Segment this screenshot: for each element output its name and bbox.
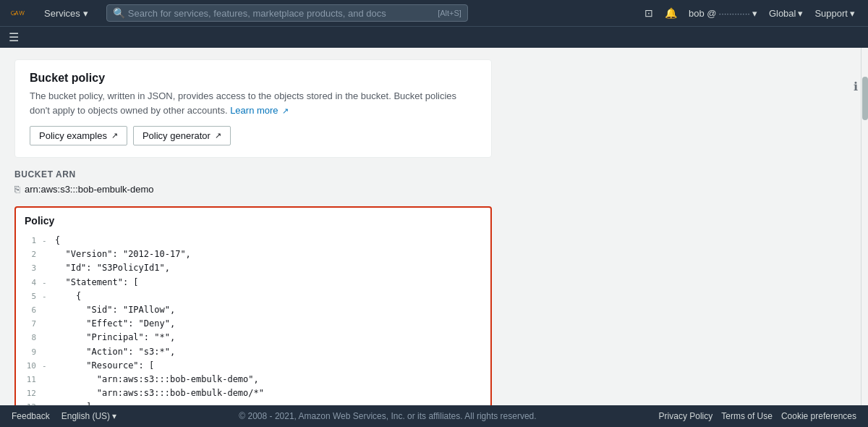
line-number: 13 xyxy=(22,400,36,405)
search-shortcut: [Alt+S] xyxy=(438,9,461,17)
line-number: 1 xyxy=(22,234,36,248)
line-number: 12 xyxy=(22,386,36,400)
line-number: 5 xyxy=(22,289,36,303)
chevron-down-icon: ▾ xyxy=(798,8,803,19)
line-content: "Sid": "IPAllow", xyxy=(55,303,175,317)
policy-box-title: Policy xyxy=(16,208,490,231)
chevron-down-icon: ▾ xyxy=(850,8,855,19)
expand-icon xyxy=(42,345,49,359)
arn-row: ⎘ arn:aws:s3:::bob-embulk-demo xyxy=(14,184,492,195)
table-row: 9 "Action": "s3:*", xyxy=(22,345,485,359)
language-selector[interactable]: English (US) ▾ xyxy=(61,411,117,421)
policy-editor-box: Policy 1-{2 "Version": "2012-10-17",3 "I… xyxy=(14,206,492,405)
line-content: "Version": "2012-10-17", xyxy=(55,248,191,261)
line-number: 7 xyxy=(22,317,36,331)
expand-icon xyxy=(42,331,49,344)
bottom-left: Feedback English (US) ▾ xyxy=(12,411,116,421)
table-row: 4- "Statement": [ xyxy=(22,276,485,289)
line-number: 2 xyxy=(22,248,36,261)
top-navigation: Services ▾ 🔍 [Alt+S] ⊡ 🔔 bob @ ·········… xyxy=(0,0,868,26)
bucket-policy-card: Bucket policy The bucket policy, written… xyxy=(14,59,492,158)
bell-icon[interactable]: 🔔 xyxy=(660,4,681,22)
expand-icon[interactable]: - xyxy=(42,289,49,303)
policy-editor[interactable]: 1-{2 "Version": "2012-10-17",3 "Id": "S3… xyxy=(16,231,490,405)
expand-icon xyxy=(42,400,49,405)
policy-examples-button[interactable]: Policy examples ↗ xyxy=(30,126,127,145)
table-row: 11 "arn:aws:s3:::bob-embulk-demo", xyxy=(22,373,485,386)
line-content: "arn:aws:s3:::bob-embulk-demo", xyxy=(55,373,259,386)
table-row: 7 "Effect": "Deny", xyxy=(22,317,485,331)
chevron-down-icon: ▾ xyxy=(112,411,116,421)
aws-logo[interactable] xyxy=(9,6,32,20)
line-content: "Action": "s3:*", xyxy=(55,345,175,359)
copy-icon[interactable]: ⎘ xyxy=(14,184,20,195)
search-bar[interactable]: 🔍 [Alt+S] xyxy=(106,4,468,22)
bottom-bar: Feedback English (US) ▾ © 2008 - 2021, A… xyxy=(0,405,868,427)
table-row: 5- { xyxy=(22,289,485,303)
line-number: 6 xyxy=(22,303,36,317)
arn-label: Bucket ARN xyxy=(14,169,492,179)
user-menu[interactable]: bob @ ············ ▾ xyxy=(684,6,762,21)
privacy-policy-link[interactable]: Privacy Policy xyxy=(659,411,713,421)
line-content: "Id": "S3PolicyId1", xyxy=(55,261,170,275)
line-content: { xyxy=(55,234,60,248)
feedback-link[interactable]: Feedback xyxy=(12,411,50,421)
line-number: 8 xyxy=(22,331,36,344)
table-row: 12 "arn:aws:s3:::bob-embulk-demo/*" xyxy=(22,386,485,400)
terms-of-use-link[interactable]: Terms of Use xyxy=(721,411,773,421)
table-row: 6 "Sid": "IPAllow", xyxy=(22,303,485,317)
bottom-right: Privacy Policy Terms of Use Cookie prefe… xyxy=(659,411,856,421)
expand-icon xyxy=(42,248,49,261)
line-number: 9 xyxy=(22,345,36,359)
external-link-icon: ↗ xyxy=(111,131,118,140)
line-content: "Principal": "*", xyxy=(55,331,175,344)
line-content: "Resource": [ xyxy=(55,359,154,373)
external-link-icon: ↗ xyxy=(282,106,289,115)
expand-icon[interactable]: - xyxy=(42,276,49,289)
expand-icon xyxy=(42,261,49,275)
line-content: "Effect": "Deny", xyxy=(55,317,175,331)
table-row: 10- "Resource": [ xyxy=(22,359,485,373)
expand-icon xyxy=(42,386,49,400)
bucket-policy-description: The bucket policy, written in JSON, prov… xyxy=(30,89,477,117)
scrollbar-track[interactable] xyxy=(861,48,868,405)
account-id: ············ xyxy=(719,8,750,19)
line-content: "arn:aws:s3:::bob-embulk-demo/*" xyxy=(55,386,264,400)
line-number: 4 xyxy=(22,276,36,289)
chevron-down-icon: ▾ xyxy=(752,8,757,19)
policy-generator-button[interactable]: Policy generator ↗ xyxy=(133,126,231,145)
table-row: 1-{ xyxy=(22,234,485,248)
expand-icon[interactable]: - xyxy=(42,359,49,373)
footer-copyright: © 2008 - 2021, Amazon Web Services, Inc.… xyxy=(239,411,536,421)
terminal-icon[interactable]: ⊡ xyxy=(640,4,658,22)
external-link-icon: ↗ xyxy=(215,131,221,140)
hamburger-menu[interactable]: ☰ xyxy=(9,30,25,44)
search-icon: 🔍 xyxy=(113,7,125,19)
bucket-arn-section: Bucket ARN ⎘ arn:aws:s3:::bob-embulk-dem… xyxy=(14,169,492,195)
line-number: 11 xyxy=(22,373,36,386)
line-content: { xyxy=(55,289,81,303)
line-number: 10 xyxy=(22,359,36,373)
info-icon[interactable]: ℹ xyxy=(854,80,858,93)
table-row: 8 "Principal": "*", xyxy=(22,331,485,344)
expand-icon xyxy=(42,317,49,331)
support-menu[interactable]: Support ▾ xyxy=(810,6,859,21)
button-group: Policy examples ↗ Policy generator ↗ xyxy=(30,126,477,145)
line-content: "Statement": [ xyxy=(55,276,139,289)
search-input[interactable] xyxy=(128,8,432,19)
table-row: 13 ], xyxy=(22,400,485,405)
table-row: 3 "Id": "S3PolicyId1", xyxy=(22,261,485,275)
region-menu[interactable]: Global ▾ xyxy=(765,6,808,21)
expand-icon[interactable]: - xyxy=(42,234,49,248)
main-layout: Bucket policy The bucket policy, written… xyxy=(0,48,868,405)
learn-more-link[interactable]: Learn more ↗ xyxy=(230,105,289,116)
second-navigation: ☰ xyxy=(0,26,868,48)
line-content: ], xyxy=(55,400,97,405)
expand-icon xyxy=(42,373,49,386)
expand-icon xyxy=(42,303,49,317)
chevron-down-icon: ▾ xyxy=(83,8,88,19)
services-menu[interactable]: Services ▾ xyxy=(38,5,95,22)
table-row: 2 "Version": "2012-10-17", xyxy=(22,248,485,261)
bucket-policy-title: Bucket policy xyxy=(30,72,477,85)
cookie-preferences-link[interactable]: Cookie preferences xyxy=(781,411,856,421)
